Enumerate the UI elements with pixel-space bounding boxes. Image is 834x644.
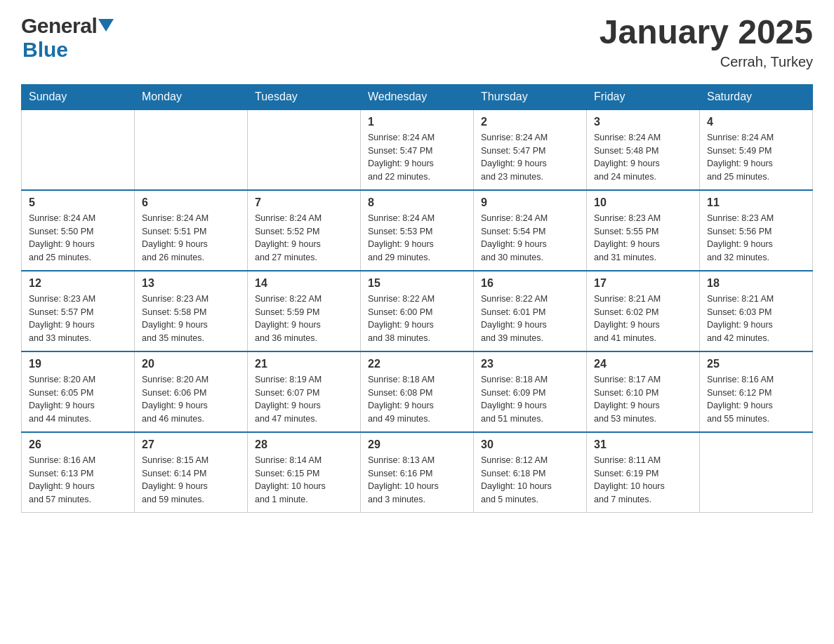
calendar-cell: 7Sunrise: 8:24 AM Sunset: 5:52 PM Daylig… bbox=[248, 190, 361, 271]
day-info: Sunrise: 8:20 AM Sunset: 6:06 PM Dayligh… bbox=[142, 373, 240, 426]
column-header-monday: Monday bbox=[135, 84, 248, 109]
day-number: 5 bbox=[29, 196, 127, 209]
day-info: Sunrise: 8:18 AM Sunset: 6:09 PM Dayligh… bbox=[481, 373, 579, 426]
calendar-cell: 30Sunrise: 8:12 AM Sunset: 6:18 PM Dayli… bbox=[474, 432, 587, 513]
calendar-header-row: SundayMondayTuesdayWednesdayThursdayFrid… bbox=[22, 84, 813, 109]
calendar-cell: 10Sunrise: 8:23 AM Sunset: 5:55 PM Dayli… bbox=[587, 190, 700, 271]
day-number: 4 bbox=[707, 116, 805, 128]
calendar-cell: 6Sunrise: 8:24 AM Sunset: 5:51 PM Daylig… bbox=[135, 190, 248, 271]
day-info: Sunrise: 8:15 AM Sunset: 6:14 PM Dayligh… bbox=[142, 454, 240, 507]
column-header-tuesday: Tuesday bbox=[248, 84, 361, 109]
page-header: General Blue January 2025 Cerrah, Turkey bbox=[21, 14, 813, 70]
day-number: 15 bbox=[368, 277, 466, 290]
calendar-cell: 18Sunrise: 8:21 AM Sunset: 6:03 PM Dayli… bbox=[700, 271, 813, 351]
calendar-cell: 5Sunrise: 8:24 AM Sunset: 5:50 PM Daylig… bbox=[22, 190, 135, 271]
logo: General Blue bbox=[21, 14, 114, 62]
column-header-sunday: Sunday bbox=[22, 84, 135, 109]
day-info: Sunrise: 8:21 AM Sunset: 6:02 PM Dayligh… bbox=[594, 293, 692, 345]
calendar-cell: 13Sunrise: 8:23 AM Sunset: 5:58 PM Dayli… bbox=[135, 271, 248, 351]
day-info: Sunrise: 8:13 AM Sunset: 6:16 PM Dayligh… bbox=[368, 454, 466, 507]
calendar-subtitle: Cerrah, Turkey bbox=[600, 54, 813, 70]
calendar-cell: 21Sunrise: 8:19 AM Sunset: 6:07 PM Dayli… bbox=[248, 351, 361, 432]
day-number: 29 bbox=[368, 438, 466, 451]
day-number: 9 bbox=[481, 196, 579, 209]
day-number: 26 bbox=[29, 438, 127, 451]
week-row-4: 19Sunrise: 8:20 AM Sunset: 6:05 PM Dayli… bbox=[22, 351, 813, 432]
day-number: 21 bbox=[255, 358, 353, 370]
title-block: January 2025 Cerrah, Turkey bbox=[600, 14, 813, 70]
day-info: Sunrise: 8:24 AM Sunset: 5:47 PM Dayligh… bbox=[481, 131, 579, 184]
calendar-cell: 2Sunrise: 8:24 AM Sunset: 5:47 PM Daylig… bbox=[474, 109, 587, 190]
day-number: 6 bbox=[142, 196, 240, 209]
day-info: Sunrise: 8:24 AM Sunset: 5:50 PM Dayligh… bbox=[29, 212, 127, 264]
day-number: 13 bbox=[142, 277, 240, 290]
day-number: 7 bbox=[255, 196, 353, 209]
day-number: 3 bbox=[594, 116, 692, 128]
day-info: Sunrise: 8:23 AM Sunset: 5:58 PM Dayligh… bbox=[142, 293, 240, 345]
calendar-cell: 22Sunrise: 8:18 AM Sunset: 6:08 PM Dayli… bbox=[361, 351, 474, 432]
calendar-cell: 11Sunrise: 8:23 AM Sunset: 5:56 PM Dayli… bbox=[700, 190, 813, 271]
calendar-cell: 16Sunrise: 8:22 AM Sunset: 6:01 PM Dayli… bbox=[474, 271, 587, 351]
calendar-cell: 8Sunrise: 8:24 AM Sunset: 5:53 PM Daylig… bbox=[361, 190, 474, 271]
column-header-friday: Friday bbox=[587, 84, 700, 109]
calendar-cell: 29Sunrise: 8:13 AM Sunset: 6:16 PM Dayli… bbox=[361, 432, 474, 513]
week-row-1: 1Sunrise: 8:24 AM Sunset: 5:47 PM Daylig… bbox=[22, 109, 813, 190]
day-number: 22 bbox=[368, 358, 466, 370]
day-number: 23 bbox=[481, 358, 579, 370]
day-number: 14 bbox=[255, 277, 353, 290]
day-info: Sunrise: 8:17 AM Sunset: 6:10 PM Dayligh… bbox=[594, 373, 692, 426]
day-info: Sunrise: 8:24 AM Sunset: 5:49 PM Dayligh… bbox=[707, 131, 805, 184]
column-header-wednesday: Wednesday bbox=[361, 84, 474, 109]
svg-marker-0 bbox=[98, 19, 114, 32]
day-number: 18 bbox=[707, 277, 805, 290]
day-number: 24 bbox=[594, 358, 692, 370]
day-number: 17 bbox=[594, 277, 692, 290]
day-info: Sunrise: 8:11 AM Sunset: 6:19 PM Dayligh… bbox=[594, 454, 692, 507]
day-info: Sunrise: 8:24 AM Sunset: 5:48 PM Dayligh… bbox=[594, 131, 692, 184]
day-number: 31 bbox=[594, 438, 692, 451]
calendar-cell: 26Sunrise: 8:16 AM Sunset: 6:13 PM Dayli… bbox=[22, 432, 135, 513]
day-info: Sunrise: 8:24 AM Sunset: 5:47 PM Dayligh… bbox=[368, 131, 466, 184]
day-number: 30 bbox=[481, 438, 579, 451]
calendar-title: January 2025 bbox=[600, 14, 813, 51]
day-info: Sunrise: 8:21 AM Sunset: 6:03 PM Dayligh… bbox=[707, 293, 805, 345]
calendar-cell: 19Sunrise: 8:20 AM Sunset: 6:05 PM Dayli… bbox=[22, 351, 135, 432]
calendar-cell: 12Sunrise: 8:23 AM Sunset: 5:57 PM Dayli… bbox=[22, 271, 135, 351]
calendar-cell: 28Sunrise: 8:14 AM Sunset: 6:15 PM Dayli… bbox=[248, 432, 361, 513]
calendar-cell: 9Sunrise: 8:24 AM Sunset: 5:54 PM Daylig… bbox=[474, 190, 587, 271]
week-row-3: 12Sunrise: 8:23 AM Sunset: 5:57 PM Dayli… bbox=[22, 271, 813, 351]
calendar-cell: 4Sunrise: 8:24 AM Sunset: 5:49 PM Daylig… bbox=[700, 109, 813, 190]
calendar-cell: 23Sunrise: 8:18 AM Sunset: 6:09 PM Dayli… bbox=[474, 351, 587, 432]
calendar-cell: 20Sunrise: 8:20 AM Sunset: 6:06 PM Dayli… bbox=[135, 351, 248, 432]
calendar-cell bbox=[248, 109, 361, 190]
day-number: 11 bbox=[707, 196, 805, 209]
day-info: Sunrise: 8:12 AM Sunset: 6:18 PM Dayligh… bbox=[481, 454, 579, 507]
logo-arrow-icon bbox=[98, 19, 114, 34]
calendar-cell: 24Sunrise: 8:17 AM Sunset: 6:10 PM Dayli… bbox=[587, 351, 700, 432]
calendar-cell: 14Sunrise: 8:22 AM Sunset: 5:59 PM Dayli… bbox=[248, 271, 361, 351]
day-info: Sunrise: 8:16 AM Sunset: 6:13 PM Dayligh… bbox=[29, 454, 127, 507]
calendar-cell: 31Sunrise: 8:11 AM Sunset: 6:19 PM Dayli… bbox=[587, 432, 700, 513]
calendar-cell bbox=[700, 432, 813, 513]
day-info: Sunrise: 8:24 AM Sunset: 5:53 PM Dayligh… bbox=[368, 212, 466, 264]
day-info: Sunrise: 8:19 AM Sunset: 6:07 PM Dayligh… bbox=[255, 373, 353, 426]
day-info: Sunrise: 8:23 AM Sunset: 5:57 PM Dayligh… bbox=[29, 293, 127, 345]
day-number: 19 bbox=[29, 358, 127, 370]
week-row-2: 5Sunrise: 8:24 AM Sunset: 5:50 PM Daylig… bbox=[22, 190, 813, 271]
calendar-cell bbox=[22, 109, 135, 190]
week-row-5: 26Sunrise: 8:16 AM Sunset: 6:13 PM Dayli… bbox=[22, 432, 813, 513]
day-number: 2 bbox=[481, 116, 579, 128]
day-number: 16 bbox=[481, 277, 579, 290]
day-info: Sunrise: 8:23 AM Sunset: 5:56 PM Dayligh… bbox=[707, 212, 805, 264]
day-number: 20 bbox=[142, 358, 240, 370]
day-info: Sunrise: 8:24 AM Sunset: 5:54 PM Dayligh… bbox=[481, 212, 579, 264]
day-info: Sunrise: 8:16 AM Sunset: 6:12 PM Dayligh… bbox=[707, 373, 805, 426]
day-info: Sunrise: 8:23 AM Sunset: 5:55 PM Dayligh… bbox=[594, 212, 692, 264]
day-number: 8 bbox=[368, 196, 466, 209]
calendar-cell bbox=[135, 109, 248, 190]
column-header-thursday: Thursday bbox=[474, 84, 587, 109]
logo-blue-text: Blue bbox=[22, 38, 68, 62]
calendar-cell: 17Sunrise: 8:21 AM Sunset: 6:02 PM Dayli… bbox=[587, 271, 700, 351]
day-number: 27 bbox=[142, 438, 240, 451]
calendar-cell: 27Sunrise: 8:15 AM Sunset: 6:14 PM Dayli… bbox=[135, 432, 248, 513]
